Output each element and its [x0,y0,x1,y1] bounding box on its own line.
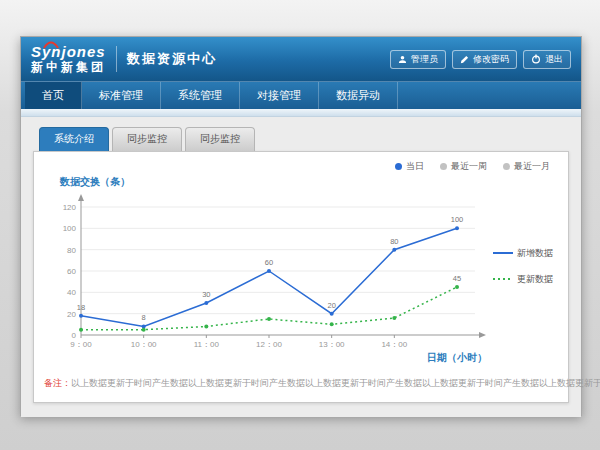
svg-text:100: 100 [451,215,464,224]
nav-item-4[interactable]: 对接管理 [240,82,319,109]
logo-swoosh-icon [43,40,59,49]
svg-text:100: 100 [63,224,77,233]
nav-item-3[interactable]: 系统管理 [161,82,240,109]
svg-text:60: 60 [265,258,273,267]
svg-text:11：00: 11：00 [194,340,220,349]
page-title: 数据资源中心 [127,50,217,68]
legend-filter-label: 最近一月 [514,160,550,173]
power-icon [531,54,541,64]
legend-filter-label: 当日 [406,160,424,173]
y-axis-title: 数据交换（条） [60,175,558,189]
header-divider [116,46,117,72]
svg-text:60: 60 [67,267,76,276]
header-actions: 管理员 修改密码 退出 [390,50,571,69]
logo-subtext: 新中新集团 [31,61,106,74]
user-button[interactable]: 管理员 [390,50,446,69]
tab-bar: 系统介绍同步监控同步监控 [39,127,569,151]
tab-2[interactable]: 同步监控 [112,127,182,151]
legend-filter-label: 最近一周 [451,160,487,173]
legend-filter-1[interactable]: 当日 [395,160,424,173]
svg-text:20: 20 [67,310,76,319]
svg-text:0: 0 [72,331,77,340]
svg-text:9：00: 9：00 [70,340,92,349]
svg-text:45: 45 [453,274,461,283]
svg-text:更新数据: 更新数据 [517,274,553,284]
content-area: 系统介绍同步监控同步监控 当日最近一周最近一月 数据交换（条） 02040608… [21,117,581,417]
remark: 备注：以上数据更新于时间产生数据以上数据更新于时间产生数据以上数据更新于时间产生… [44,377,558,390]
legend-filter-2[interactable]: 最近一周 [440,160,487,173]
tab-1[interactable]: 系统介绍 [39,127,109,151]
svg-text:8: 8 [142,313,146,322]
app-header: Synjones 新中新集团 数据资源中心 管理员 修改密码 [21,37,581,81]
chart-panel: 当日最近一周最近一月 数据交换（条） 0204060801001209：0010… [33,151,569,403]
logout-button[interactable]: 退出 [523,50,571,69]
svg-text:40: 40 [67,288,76,297]
line-chart: 0204060801001209：0010：0011：0012：0013：001… [45,191,557,369]
svg-text:18: 18 [77,303,85,312]
legend-filter-3[interactable]: 最近一月 [503,160,550,173]
nav-item-1[interactable]: 首页 [25,82,82,109]
svg-text:新增数据: 新增数据 [517,248,553,258]
user-icon [398,55,407,64]
logout-label: 退出 [545,53,563,66]
radio-dot-icon [395,163,402,170]
main-nav: 首页标准管理系统管理对接管理数据异动 [21,81,581,109]
remark-text: 以上数据更新于时间产生数据以上数据更新于时间产生数据以上数据更新于时间产生数据以… [71,378,600,388]
svg-text:30: 30 [202,290,210,299]
svg-text:13：00: 13：00 [319,340,345,349]
edit-icon [460,55,469,64]
nav-item-2[interactable]: 标准管理 [82,82,161,109]
legend-filters: 当日最近一周最近一月 [44,158,558,173]
svg-text:日期（小时）: 日期（小时） [427,352,487,363]
change-password-label: 修改密码 [473,53,509,66]
logo[interactable]: Synjones 新中新集团 [31,44,106,74]
svg-text:80: 80 [67,246,76,255]
svg-text:80: 80 [390,237,398,246]
svg-text:120: 120 [63,203,77,212]
nav-strip [21,109,581,117]
user-label: 管理员 [411,53,438,66]
change-password-button[interactable]: 修改密码 [452,50,517,69]
radio-dot-icon [503,163,510,170]
svg-text:20: 20 [327,301,335,310]
svg-text:12：00: 12：00 [256,340,282,349]
radio-dot-icon [440,163,447,170]
svg-text:10：00: 10：00 [131,340,157,349]
tab-3[interactable]: 同步监控 [185,127,255,151]
svg-text:14：00: 14：00 [381,340,407,349]
nav-item-5[interactable]: 数据异动 [319,82,398,109]
remark-label: 备注： [44,378,71,388]
app-window: Synjones 新中新集团 数据资源中心 管理员 修改密码 [20,36,582,416]
